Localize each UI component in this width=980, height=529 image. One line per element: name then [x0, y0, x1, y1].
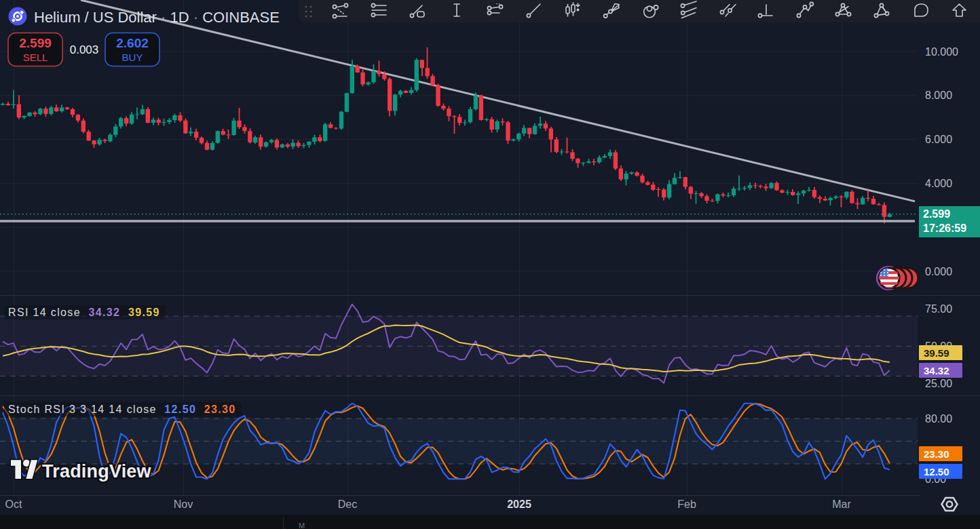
- svg-text:4.000: 4.000: [925, 178, 952, 189]
- svg-text:SELL: SELL: [23, 52, 48, 63]
- svg-text:6.000: 6.000: [925, 134, 952, 145]
- svg-text:34.32: 34.32: [924, 365, 949, 376]
- svg-text:75.00: 75.00: [925, 303, 952, 315]
- svg-text:M: M: [299, 522, 305, 529]
- svg-text:Mar: Mar: [832, 498, 851, 510]
- svg-text:BUY: BUY: [122, 52, 143, 63]
- svg-text:TradingView: TradingView: [42, 461, 152, 482]
- svg-text:2.599: 2.599: [923, 208, 950, 220]
- svg-text:RSI 14 close 34.32 39.59: RSI 14 close 34.32 39.59: [8, 307, 160, 318]
- svg-text:2.599: 2.599: [19, 36, 52, 50]
- svg-text:8.000: 8.000: [925, 90, 952, 101]
- svg-text:39.59: 39.59: [924, 347, 949, 359]
- svg-text:17:26:59: 17:26:59: [923, 222, 966, 234]
- svg-text:Oct: Oct: [5, 498, 22, 510]
- svg-text:25.00: 25.00: [925, 378, 952, 389]
- svg-text:2.602: 2.602: [116, 36, 149, 50]
- svg-text:Helium / US Dollar · 1D · COIN: Helium / US Dollar · 1D · COINBASE: [34, 9, 280, 26]
- svg-text:Nov: Nov: [174, 498, 193, 510]
- svg-text:10.000: 10.000: [925, 46, 958, 58]
- svg-text:Dec: Dec: [338, 498, 357, 510]
- svg-text:80.00: 80.00: [925, 413, 952, 425]
- svg-text:Stoch RSI 3 3 14 14 close 12.: Stoch RSI 3 3 14 14 close 12.50 23.30: [8, 404, 236, 415]
- svg-text:2025: 2025: [507, 498, 531, 510]
- svg-text:23.30: 23.30: [924, 448, 949, 460]
- svg-text:12.50: 12.50: [924, 466, 949, 477]
- svg-text:Feb: Feb: [677, 498, 696, 510]
- svg-text:0.000: 0.000: [925, 266, 952, 277]
- svg-text:0.003: 0.003: [70, 43, 99, 56]
